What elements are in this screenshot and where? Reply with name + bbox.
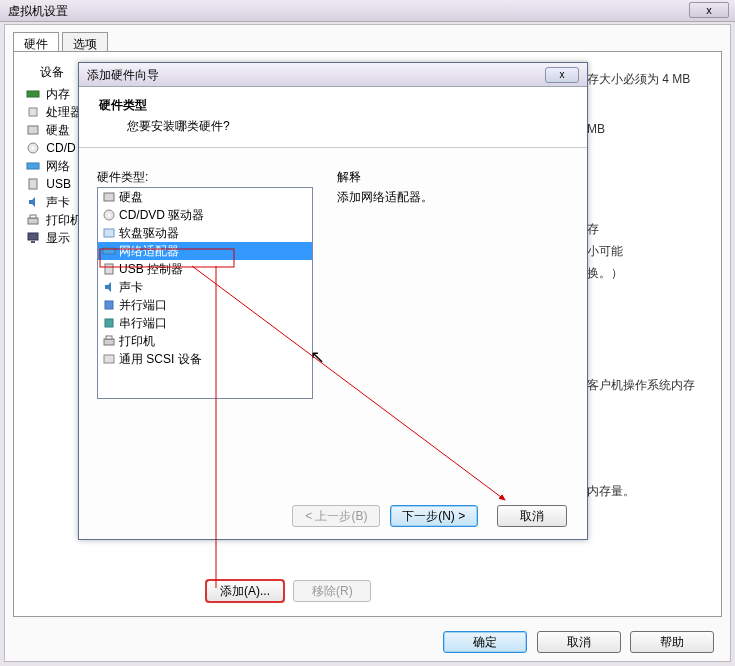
- window-title-text: 虚拟机设置: [8, 4, 68, 18]
- hardware-item[interactable]: USB 控制器: [98, 260, 312, 278]
- memory-info: 存大小必须为 4 MB MB 存 小可能 换。） 客户机操作系统内存 内存量。: [587, 68, 707, 502]
- device-label: 打印机: [46, 213, 82, 227]
- usb-icon: [26, 177, 40, 191]
- wizard-heading: 硬件类型: [99, 97, 567, 114]
- device-label: 硬盘: [46, 123, 70, 137]
- wizard-close-button[interactable]: x: [545, 67, 579, 83]
- explain-label: 解释: [337, 169, 361, 186]
- svg-rect-20: [106, 336, 112, 339]
- cpu-icon: [26, 105, 40, 119]
- svg-rect-16: [105, 264, 113, 274]
- hardware-item[interactable]: 网络适配器: [98, 242, 312, 260]
- device-label: 处理器: [46, 105, 82, 119]
- svg-rect-10: [31, 241, 35, 243]
- remove-button: 移除(R): [293, 580, 371, 602]
- window-title: 虚拟机设置: [0, 0, 735, 22]
- hardware-item-label: USB 控制器: [119, 262, 183, 276]
- wizard-subheading: 您要安装哪类硬件?: [99, 114, 567, 135]
- hardware-item-icon: [102, 352, 116, 366]
- printer-icon: [26, 213, 40, 227]
- ok-button[interactable]: 确定: [443, 631, 527, 653]
- hardware-item-icon: [102, 298, 116, 312]
- svg-rect-8: [30, 215, 36, 218]
- hardware-item-icon: [102, 190, 116, 204]
- svg-rect-17: [105, 301, 113, 309]
- hardware-item-icon: [102, 208, 116, 222]
- hardware-item-label: 并行端口: [119, 298, 167, 312]
- hardware-item[interactable]: 软盘驱动器: [98, 224, 312, 242]
- hardware-item-label: 软盘驱动器: [119, 226, 179, 240]
- cd-icon: [26, 141, 40, 155]
- wizard-header: 硬件类型 您要安装哪类硬件?: [79, 87, 587, 148]
- svg-rect-15: [103, 248, 115, 254]
- hardware-item-icon: [102, 280, 116, 294]
- hardware-item-icon: [102, 226, 116, 240]
- hardware-item-icon: [102, 334, 116, 348]
- close-x: x: [560, 69, 565, 80]
- svg-rect-21: [104, 355, 114, 363]
- wizard-buttons: < 上一步(B) 下一步(N) > 取消: [292, 505, 573, 527]
- info-line: 小可能: [587, 240, 707, 262]
- device-label: 内存: [46, 87, 70, 101]
- svg-rect-14: [104, 229, 114, 237]
- next-button[interactable]: 下一步(N) >: [390, 505, 478, 527]
- display-icon: [26, 231, 40, 245]
- hardware-item[interactable]: 串行端口: [98, 314, 312, 332]
- hardware-item-label: CD/DVD 驱动器: [119, 208, 204, 222]
- hardware-item[interactable]: 硬盘: [98, 188, 312, 206]
- hardware-type-list[interactable]: 硬盘CD/DVD 驱动器软盘驱动器网络适配器USB 控制器声卡并行端口串行端口打…: [97, 187, 313, 399]
- svg-rect-0: [27, 91, 39, 97]
- close-x: x: [706, 4, 712, 16]
- hardware-item[interactable]: 打印机: [98, 332, 312, 350]
- hardware-item-label: 网络适配器: [119, 244, 179, 258]
- add-hardware-wizard: 添加硬件向导 x 硬件类型 您要安装哪类硬件? 硬件类型: 硬盘CD/DVD 驱…: [78, 62, 588, 540]
- wizard-cancel-button[interactable]: 取消: [497, 505, 567, 527]
- info-line: 内存量。: [587, 480, 707, 502]
- hardware-item-label: 串行端口: [119, 316, 167, 330]
- hardware-item-label: 打印机: [119, 334, 155, 348]
- hardware-item[interactable]: 并行端口: [98, 296, 312, 314]
- svg-rect-19: [104, 339, 114, 345]
- disk-icon: [26, 123, 40, 137]
- wizard-title-text: 添加硬件向导: [87, 68, 159, 82]
- hardware-item[interactable]: CD/DVD 驱动器: [98, 206, 312, 224]
- help-button[interactable]: 帮助: [630, 631, 714, 653]
- hardware-item[interactable]: 声卡: [98, 278, 312, 296]
- hardware-item-icon: [102, 316, 116, 330]
- svg-rect-1: [29, 108, 37, 116]
- hardware-item[interactable]: 通用 SCSI 设备: [98, 350, 312, 368]
- svg-point-13: [108, 214, 111, 217]
- wizard-title-bar[interactable]: 添加硬件向导: [79, 63, 587, 87]
- svg-rect-11: [104, 193, 114, 201]
- sound-icon: [26, 195, 40, 209]
- info-line: 存大小必须为 4 MB: [587, 68, 707, 90]
- device-label: 声卡: [46, 195, 70, 209]
- hardware-type-label: 硬件类型:: [97, 169, 569, 186]
- cancel-button[interactable]: 取消: [537, 631, 621, 653]
- info-line: 换。）: [587, 262, 707, 284]
- svg-rect-2: [28, 126, 38, 134]
- device-label: 显示: [46, 231, 70, 245]
- device-label: 网络: [46, 159, 70, 173]
- hardware-item-label: 硬盘: [119, 190, 143, 204]
- memory-icon: [26, 87, 40, 101]
- info-line: 客户机操作系统内存: [587, 374, 707, 396]
- svg-rect-6: [29, 179, 37, 189]
- svg-rect-9: [28, 233, 38, 240]
- hardware-item-icon: [102, 262, 116, 276]
- back-button: < 上一步(B): [292, 505, 380, 527]
- add-remove-bar: 添加(A)... 移除(R): [206, 580, 377, 602]
- hardware-item-icon: [102, 244, 116, 258]
- hardware-item-label: 声卡: [119, 280, 143, 294]
- explain-text: 添加网络适配器。: [337, 189, 433, 206]
- hardware-item-label: 通用 SCSI 设备: [119, 352, 202, 366]
- window-close-button[interactable]: x: [689, 2, 729, 18]
- svg-rect-5: [27, 163, 39, 169]
- info-line: MB: [587, 118, 707, 140]
- svg-rect-7: [28, 218, 38, 224]
- add-button[interactable]: 添加(A)...: [206, 580, 284, 602]
- wizard-body: 硬件类型: 硬盘CD/DVD 驱动器软盘驱动器网络适配器USB 控制器声卡并行端…: [97, 169, 569, 487]
- device-label: CD/D: [46, 141, 75, 155]
- dialog-buttons: 确定 取消 帮助: [443, 631, 720, 653]
- device-label: USB: [46, 177, 71, 191]
